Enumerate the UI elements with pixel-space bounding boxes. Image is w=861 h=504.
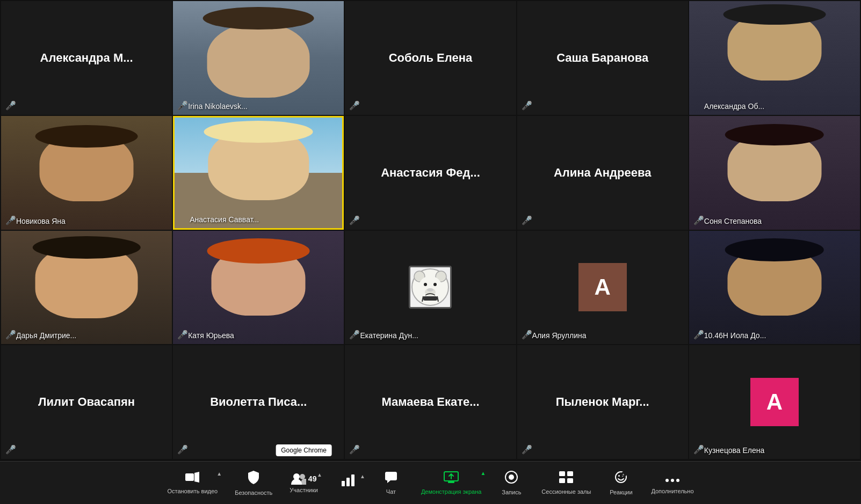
participant-name: Пыленок Марг... <box>526 395 679 409</box>
more-label: Дополнительно <box>651 488 693 494</box>
participant-tile: 🎤 10.46Н Иола До... <box>689 231 860 345</box>
participant-name: Катя Юрьева <box>188 331 234 340</box>
participant-tile: Пыленок Марг... 🎤 <box>517 345 688 459</box>
svg-marker-12 <box>194 472 199 483</box>
svg-rect-21 <box>448 481 454 483</box>
toolbar: ▲ Остановить видео Безопасность ▲ <box>0 461 861 504</box>
participant-tile-irina: 🎤 Irina Nikolaevsk... <box>173 1 344 115</box>
participant-tile: 🎤 Дарья Дмитрие... <box>1 231 172 345</box>
svg-point-3 <box>418 276 442 300</box>
mute-icon: 🎤 <box>522 330 532 340</box>
svg-text:+: + <box>623 472 625 476</box>
mute-icon: 🎤 <box>522 215 532 225</box>
mute-icon: 🎤 <box>349 444 360 455</box>
bear-avatar <box>409 266 452 309</box>
more-button[interactable]: Дополнительно <box>642 469 702 498</box>
participant-name: Анастасия Фед... <box>353 166 507 180</box>
participant-tile: Александра Об... <box>689 1 860 115</box>
svg-point-29 <box>618 475 620 477</box>
svg-point-6 <box>433 283 437 286</box>
participant-name: Виолетта Писа... <box>182 395 335 409</box>
svg-point-14 <box>300 474 305 479</box>
mute-icon: 🎤 <box>177 330 188 340</box>
share-screen-button[interactable]: ▲ Демонстрация экрана <box>413 468 490 498</box>
svg-rect-25 <box>567 471 573 476</box>
participant-tile: Мамаева Екате... 🎤 <box>345 345 516 459</box>
participant-name: Алия Яруллина <box>532 331 587 340</box>
participant-name: Кузнецова Елена <box>704 446 765 455</box>
mute-icon: 🎤 <box>5 444 16 455</box>
participant-tile-active: Анастасия Савват... <box>173 116 344 230</box>
participant-tile: Александра М... 🎤 <box>1 1 172 115</box>
svg-point-33 <box>665 479 669 482</box>
mute-icon: 🎤 <box>349 330 360 340</box>
reactions-icon: + <box>614 471 627 487</box>
reactions-button[interactable]: + Реакции <box>599 468 642 499</box>
participant-tile: Алина Андреева 🎤 <box>517 116 688 230</box>
reactions-label: Реакции <box>610 489 633 495</box>
mute-icon: 🎤 <box>5 100 16 111</box>
participant-name: Соболь Елена <box>353 51 507 65</box>
participant-name: Новикова Яна <box>16 217 66 225</box>
record-label: Запись <box>502 489 521 495</box>
mute-icon: 🎤 <box>5 330 16 340</box>
avatar-a-pink: A <box>750 378 799 426</box>
mute-icon: 🎤 <box>177 100 188 111</box>
participant-name: Александра М... <box>10 51 163 65</box>
participant-name: Мамаева Екате... <box>353 395 507 409</box>
mute-icon: 🎤 <box>177 444 188 455</box>
share-icon <box>444 471 459 486</box>
svg-point-23 <box>509 474 514 480</box>
participant-name: 10.46Н Иола До... <box>704 331 766 340</box>
video-grid: Александра М... 🎤 🎤 Irina Nikolaevsk... … <box>0 0 861 461</box>
participants-button[interactable]: ▲ 49 Участники Google Chrome <box>281 470 327 496</box>
participant-tile: A 🎤 Кузнецова Елена <box>689 345 860 459</box>
mute-icon: 🎤 <box>349 100 360 111</box>
participant-tile: Анастасия Фед... 🎤 <box>345 116 516 230</box>
participant-name: Екатерина Дун... <box>360 331 418 340</box>
chrome-tooltip: Google Chrome <box>276 444 332 456</box>
poll-chevron-icon[interactable]: ▲ <box>360 473 365 479</box>
svg-rect-11 <box>185 473 194 481</box>
avatar-a: A <box>578 263 627 311</box>
mute-icon: 🎤 <box>5 215 16 225</box>
svg-point-7 <box>427 288 433 291</box>
participant-name: Дарья Дмитрие... <box>16 331 76 340</box>
participants-label: Участники <box>290 487 318 493</box>
share-chevron-icon[interactable]: ▲ <box>480 470 486 476</box>
participants-chevron-icon[interactable]: ▲ <box>317 472 322 478</box>
security-button[interactable]: Безопасность <box>226 467 281 499</box>
participant-name: Саша Баранова <box>526 51 679 65</box>
video-button[interactable]: ▲ Остановить видео <box>158 469 226 498</box>
participant-tile: Соболь Елена 🎤 <box>345 1 516 115</box>
chat-button[interactable]: Чат <box>370 468 413 498</box>
mute-icon: 🎤 <box>693 444 704 455</box>
svg-point-35 <box>676 479 679 482</box>
breakout-label: Сессионные залы <box>541 488 591 495</box>
svg-rect-16 <box>346 478 350 486</box>
participant-tile: 🎤 Новикова Яна <box>1 116 172 230</box>
video-icon <box>185 472 199 486</box>
svg-rect-26 <box>559 478 565 483</box>
breakout-button[interactable]: Сессионные залы <box>533 468 599 498</box>
svg-rect-24 <box>559 471 565 476</box>
participant-tile: Виолетта Писа... 🎤 <box>173 345 344 459</box>
breakout-icon <box>559 471 573 486</box>
participant-tile: 🎤 Катя Юрьева <box>173 231 344 345</box>
video-chevron-icon[interactable]: ▲ <box>216 471 222 477</box>
svg-rect-17 <box>351 474 354 486</box>
participant-name: Анастасия Савват... <box>190 215 259 224</box>
svg-rect-8 <box>423 296 437 301</box>
poll-button[interactable]: ▲ <box>327 471 370 495</box>
svg-rect-18 <box>385 472 397 480</box>
participant-name: Александра Об... <box>704 102 764 111</box>
more-icon <box>665 472 679 486</box>
mute-icon: 🎤 <box>693 215 704 225</box>
participant-name: Лилит Овасапян <box>10 395 163 409</box>
participant-name: Соня Степанова <box>704 217 762 225</box>
record-button[interactable]: Запись <box>490 468 533 499</box>
mute-icon: 🎤 <box>522 100 532 111</box>
chat-label: Чат <box>386 488 396 495</box>
chat-icon <box>385 471 397 486</box>
participant-name: Irina Nikolaevsk... <box>188 102 247 111</box>
